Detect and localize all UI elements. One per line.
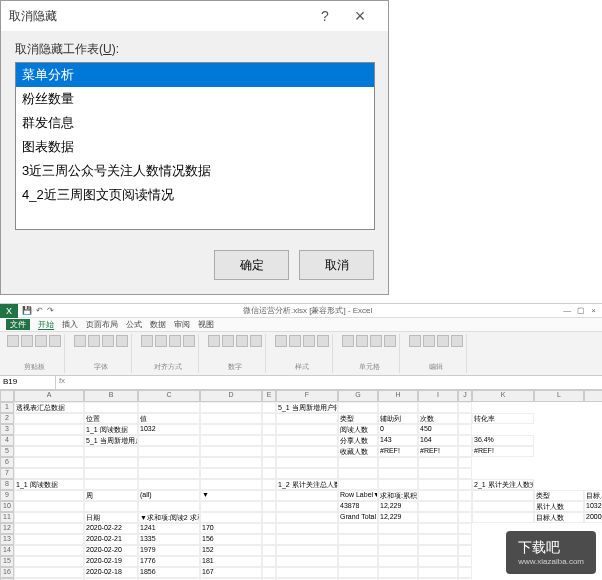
cell[interactable] [84, 479, 138, 490]
cell[interactable] [14, 446, 84, 457]
cell[interactable] [418, 468, 458, 479]
cell[interactable]: 求和项:累积关注人数 [378, 490, 418, 501]
cell[interactable] [84, 468, 138, 479]
cell[interactable] [14, 556, 84, 567]
cell[interactable] [378, 479, 418, 490]
cell[interactable]: 辅助列 [378, 413, 418, 424]
ribbon-tab[interactable]: 页面布局 [86, 320, 118, 329]
column-header[interactable]: J [458, 390, 472, 402]
cell[interactable]: 1_2 累计关注总人数 [276, 479, 338, 490]
cancel-button[interactable]: 取消 [299, 250, 374, 280]
close-icon[interactable]: × [591, 306, 596, 315]
row-header[interactable]: 5 [0, 446, 14, 457]
column-header[interactable]: B [84, 390, 138, 402]
row-header[interactable]: 6 [0, 457, 14, 468]
cell[interactable]: (all) [138, 490, 200, 501]
cell[interactable] [276, 534, 338, 545]
cell[interactable] [84, 402, 138, 413]
cell[interactable] [200, 479, 262, 490]
row-header[interactable]: 1 [0, 402, 14, 413]
ribbon-tab[interactable]: 开始 [38, 320, 54, 330]
cell[interactable]: #REF! [418, 446, 458, 457]
cell[interactable]: 1_1 阅读数据 [14, 479, 84, 490]
cell[interactable] [276, 545, 338, 556]
cell[interactable] [262, 424, 276, 435]
ribbon-command[interactable] [423, 335, 435, 347]
sheet-listbox[interactable]: 菜单分析粉丝数量群发信息图表数据3近三周公众号关注人数情况数据4_2近三周图文页… [15, 62, 375, 230]
cell[interactable] [418, 457, 458, 468]
cell[interactable]: 累计人数 [534, 501, 584, 512]
cell[interactable]: 2020-02-22 [84, 523, 138, 534]
cell[interactable] [458, 424, 472, 435]
cell[interactable] [378, 468, 418, 479]
list-item[interactable]: 群发信息 [16, 111, 374, 135]
cell[interactable] [472, 501, 534, 512]
cell[interactable] [138, 402, 200, 413]
cell[interactable]: 分享人数 [338, 435, 378, 446]
cell[interactable]: ▼求和项:阅读2 求和项:阅读人数 [138, 512, 200, 523]
cell[interactable] [458, 512, 472, 523]
row-header[interactable]: 8 [0, 479, 14, 490]
ribbon-command[interactable] [169, 335, 181, 347]
cell[interactable] [418, 567, 458, 578]
cell[interactable]: 181 [200, 556, 262, 567]
cell[interactable]: 1335 [138, 534, 200, 545]
ribbon-command[interactable] [7, 335, 19, 347]
cell[interactable] [458, 523, 472, 534]
cell[interactable]: Row Label▼ [338, 490, 378, 501]
ribbon-tab[interactable]: 数据 [150, 320, 166, 329]
cell[interactable]: 2_1 累计关注人数完成情况 [472, 479, 534, 490]
cell[interactable] [472, 490, 534, 501]
cell[interactable]: 转化率 [472, 413, 534, 424]
cell[interactable] [14, 435, 84, 446]
cell[interactable] [262, 512, 276, 523]
ribbon-command[interactable] [370, 335, 382, 347]
cell[interactable] [262, 523, 276, 534]
fx-icon[interactable]: fx [56, 376, 68, 389]
row-header[interactable]: 7 [0, 468, 14, 479]
cell[interactable] [276, 567, 338, 578]
cell[interactable] [418, 512, 458, 523]
cell[interactable] [14, 545, 84, 556]
cell[interactable] [200, 446, 262, 457]
ribbon-tab[interactable]: 审阅 [174, 320, 190, 329]
cell[interactable] [472, 512, 534, 523]
ribbon-command[interactable] [236, 335, 248, 347]
cell[interactable]: Grand Total [338, 512, 378, 523]
ribbon-command[interactable] [88, 335, 100, 347]
cell[interactable]: 1_1 阅读数据 [84, 424, 138, 435]
row-header[interactable]: 10 [0, 501, 14, 512]
column-header[interactable]: F [276, 390, 338, 402]
cell[interactable] [262, 567, 276, 578]
column-header[interactable]: K [472, 390, 534, 402]
cell[interactable] [200, 435, 262, 446]
ribbon-command[interactable] [303, 335, 315, 347]
ribbon-command[interactable] [102, 335, 114, 347]
ribbon-command[interactable] [222, 335, 234, 347]
cell[interactable]: 1776 [138, 556, 200, 567]
column-header[interactable]: E [262, 390, 276, 402]
cell[interactable] [200, 402, 262, 413]
cell[interactable] [378, 545, 418, 556]
minimize-icon[interactable]: — [563, 306, 571, 315]
ribbon-command[interactable] [275, 335, 287, 347]
cell[interactable] [262, 534, 276, 545]
cell[interactable] [14, 512, 84, 523]
cell[interactable] [378, 567, 418, 578]
ribbon-command[interactable] [437, 335, 449, 347]
cell[interactable]: #REF! [378, 446, 418, 457]
column-header[interactable]: G [338, 390, 378, 402]
ribbon-command[interactable] [141, 335, 153, 347]
row-header[interactable]: 4 [0, 435, 14, 446]
cell[interactable] [458, 479, 472, 490]
formula-input[interactable] [68, 376, 602, 389]
cell[interactable]: 2020-02-20 [84, 545, 138, 556]
cell[interactable] [262, 446, 276, 457]
cell[interactable] [458, 490, 472, 501]
ribbon-command[interactable] [356, 335, 368, 347]
list-item[interactable]: 4_2近三周图文页阅读情况 [16, 183, 374, 207]
cell[interactable] [14, 534, 84, 545]
select-all[interactable] [0, 390, 14, 402]
cell[interactable] [338, 457, 378, 468]
cell[interactable] [378, 534, 418, 545]
